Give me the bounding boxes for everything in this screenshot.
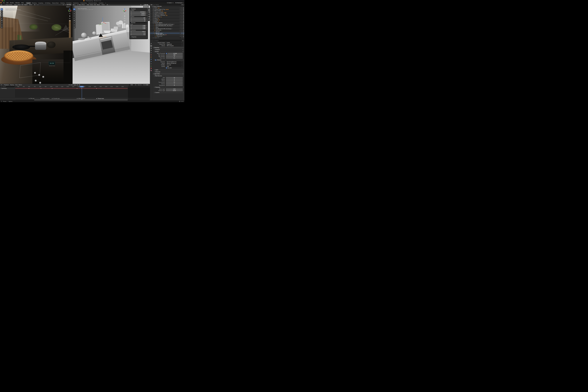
panel-caustics[interactable]: ▸Caustics <box>154 92 184 93</box>
select-menu[interactable]: Select <box>90 4 93 5</box>
denoiser-dropdown[interactable]: OpenImageDenoise▾ <box>166 61 183 62</box>
tool-cursor[interactable] <box>0 10 3 12</box>
current-frame-field[interactable]: 1553 <box>129 84 134 86</box>
render-visibility-icon[interactable] <box>183 30 184 31</box>
tool-add-cube[interactable] <box>0 26 3 28</box>
tab-world-properties[interactable] <box>150 54 152 56</box>
workspace-tab-shading[interactable]: Shading <box>60 2 66 4</box>
render-visibility-icon[interactable] <box>183 18 184 19</box>
lock-icon[interactable] <box>146 19 147 20</box>
expander-icon[interactable]: ▸ <box>153 31 154 32</box>
menu-help[interactable]: Help <box>20 2 24 4</box>
lock-icon[interactable] <box>146 12 147 12</box>
outliner-row[interactable]: ▸Glassware & Whiskey●● <box>150 14 184 16</box>
hide-eye-icon[interactable] <box>181 30 182 31</box>
outliner-item-label[interactable]: Apples & Pumpkins <box>154 13 164 14</box>
rotation-y-field[interactable]: Y0° <box>130 19 146 20</box>
outliner-item-label[interactable]: Utensils <box>156 31 160 32</box>
outliner-row[interactable]: ▸Bread● <box>150 20 184 22</box>
prefilter-dropdown[interactable]: Accurate▾ <box>166 64 183 66</box>
tab-physics-properties[interactable] <box>150 60 152 62</box>
render-visibility-icon[interactable] <box>183 24 184 25</box>
timeline-markers-row[interactable]: 3 Pie spin 4 Donut camera 5 Counter pan … <box>0 98 150 100</box>
filter-icon[interactable] <box>182 40 184 42</box>
outliner-item-label[interactable]: Note & Knife <box>154 10 161 12</box>
outliner-row[interactable]: ▸Room●● <box>150 7 184 9</box>
rotation-z-field[interactable]: Z0° <box>130 20 146 22</box>
dimension-y-field[interactable]: Y2 m <box>130 32 146 34</box>
render-visibility-icon[interactable] <box>183 16 184 18</box>
timeline-scrollbar[interactable] <box>15 100 149 100</box>
add-workspace-button[interactable]: + <box>104 2 107 4</box>
hide-eye-icon[interactable] <box>181 31 182 32</box>
selectable-checkbox-icon[interactable] <box>180 16 181 18</box>
lock-icon[interactable] <box>146 28 147 29</box>
shading-solid-button[interactable] <box>67 4 68 5</box>
expander-icon[interactable]: ▾ <box>153 33 154 34</box>
outliner-search-input[interactable] <box>154 4 181 6</box>
expander-icon[interactable]: ▸ <box>152 18 153 19</box>
navigation-gizmo[interactable] <box>68 8 72 12</box>
menu-file[interactable]: File <box>2 2 6 4</box>
panel-denoise[interactable]: ▾Denoise <box>154 59 184 61</box>
blender-menu-icon[interactable] <box>0 2 2 3</box>
expander-icon[interactable]: ▸ <box>152 9 153 10</box>
selectable-checkbox-icon[interactable] <box>180 24 181 25</box>
mode-dropdown[interactable]: Object Mode▾ <box>76 4 86 6</box>
marker-menu[interactable]: Marker <box>18 84 22 86</box>
select-menu[interactable]: Select <box>18 4 20 5</box>
render-visibility-icon[interactable] <box>183 27 184 28</box>
hide-eye-icon[interactable] <box>181 16 182 18</box>
ortho-grid-icon[interactable] <box>124 20 126 22</box>
marker[interactable]: 4 Donut camera <box>40 98 50 99</box>
feature-set-dropdown[interactable]: Supported▾ <box>166 44 183 45</box>
outliner-row[interactable]: ▸+KnivesMagneticStrip001_4K_Empty5 <box>150 24 184 25</box>
tool-annotate[interactable] <box>0 22 3 24</box>
shading-rendered-button[interactable] <box>70 4 70 5</box>
shading-wireframe-button[interactable] <box>66 4 67 5</box>
outliner-row[interactable]: ▸▽S_titkecdhw_tier_1 <box>150 34 184 36</box>
outliner-item-label[interactable]: Counter objects <box>154 22 162 24</box>
workspace-tab-layout[interactable]: Layout <box>26 2 31 4</box>
marker[interactable]: 3 Pie spin <box>29 98 34 99</box>
outliner-row[interactable]: ▸+Mixer <box>150 26 184 28</box>
properties-search-input[interactable] <box>153 40 182 42</box>
workspace-tab-compositing[interactable]: Compositing <box>80 2 88 4</box>
panel-sampling-render[interactable]: ▾Render≡ <box>154 51 184 52</box>
next-keyframe-button[interactable]: ▮▶ <box>77 84 78 85</box>
lock-icon[interactable] <box>146 13 147 14</box>
panel-sampling[interactable]: ▾Sampling <box>153 47 184 48</box>
proportional-editing-icon[interactable] <box>38 4 38 5</box>
panel-max-bounces[interactable]: ▾Max Bounces <box>154 75 184 77</box>
selectable-checkbox-icon[interactable] <box>180 31 181 32</box>
jump-to-start-button[interactable]: ▮◀ <box>71 84 72 85</box>
location-z-field[interactable]: Z1.0228 m <box>130 14 146 16</box>
expander-icon[interactable]: ▸ <box>153 28 154 29</box>
view-menu[interactable]: View <box>14 4 17 5</box>
tab-object-data-properties[interactable] <box>150 65 152 67</box>
tool-scale[interactable] <box>0 17 3 19</box>
expander-icon[interactable]: ▸ <box>153 25 154 26</box>
outliner-row[interactable]: ▸Apples & Pumpkins●● <box>150 13 184 14</box>
marker[interactable]: 5 Counter pan <box>52 98 60 99</box>
selectable-checkbox-icon[interactable] <box>180 15 181 16</box>
selectable-checkbox-icon[interactable] <box>180 19 181 20</box>
selectable-checkbox-icon[interactable] <box>180 30 181 31</box>
selectable-checkbox-icon[interactable] <box>180 34 181 35</box>
selectable-checkbox-icon[interactable] <box>180 8 181 8</box>
time-limit-field[interactable]: 0 s <box>166 58 183 59</box>
tool-transform[interactable] <box>73 20 76 22</box>
outliner-item-label[interactable]: Cookies <box>154 19 158 20</box>
render-visibility-icon[interactable] <box>183 15 184 16</box>
outliner-row[interactable]: ▸Note & Knife●● <box>150 10 184 12</box>
hide-eye-icon[interactable] <box>181 19 182 20</box>
outliner-row[interactable]: ▸Cherry Pie▽ <box>150 36 184 37</box>
expander-icon[interactable]: ▾ <box>152 22 153 23</box>
hide-eye-icon[interactable] <box>181 24 182 25</box>
tool-measure[interactable] <box>0 24 3 26</box>
render-visibility-icon[interactable] <box>183 36 184 37</box>
dimension-z-field[interactable]: Z0 m <box>130 34 146 36</box>
presets-menu-icon[interactable]: ≡ <box>182 73 183 74</box>
transform-panel-header[interactable]: ▾Transform <box>130 8 147 10</box>
view-layer-selector[interactable]: ViewLayer × <box>175 2 184 4</box>
